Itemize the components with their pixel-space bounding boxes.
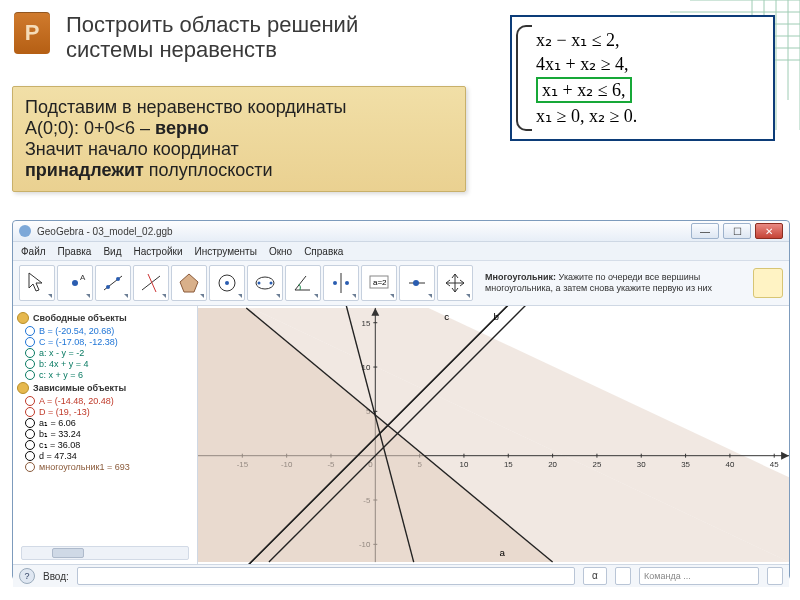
svg-text:30: 30 bbox=[637, 461, 646, 470]
tool-angle[interactable] bbox=[285, 265, 321, 301]
close-button[interactable]: ✕ bbox=[755, 223, 783, 239]
svg-text:15: 15 bbox=[362, 319, 371, 328]
svg-point-3 bbox=[106, 285, 110, 289]
input-label: Ввод: bbox=[43, 571, 69, 582]
menu-window[interactable]: Окно bbox=[269, 246, 292, 257]
algebra-dep-header[interactable]: Зависимые объекты bbox=[17, 382, 193, 394]
minimize-button[interactable]: — bbox=[691, 223, 719, 239]
toolbar: A a=2 Многоугольник: Укажите по очереди … bbox=[13, 261, 789, 306]
svg-text:10: 10 bbox=[460, 461, 469, 470]
input-field[interactable] bbox=[77, 567, 575, 585]
svg-line-6 bbox=[148, 274, 156, 292]
algebra-scrollbar[interactable] bbox=[21, 546, 189, 560]
tool-move-view[interactable] bbox=[437, 265, 473, 301]
svg-text:25: 25 bbox=[593, 461, 602, 470]
algebra-item[interactable]: многоугольник1 = 693 bbox=[25, 462, 193, 472]
algebra-item[interactable]: a₁ = 6.06 bbox=[25, 418, 193, 428]
svg-text:45: 45 bbox=[770, 461, 779, 470]
tool-polygon[interactable] bbox=[171, 265, 207, 301]
tool-perpendicular[interactable] bbox=[133, 265, 169, 301]
svg-point-4 bbox=[116, 277, 120, 281]
algebra-item[interactable]: b: 4x + y = 4 bbox=[25, 359, 193, 369]
algebra-view: Свободные объекты B = (-20.54, 20.68)C =… bbox=[13, 306, 198, 564]
menu-view[interactable]: Вид bbox=[103, 246, 121, 257]
inequality-system: x₂ − x₁ ≤ 2, 4x₁ + x₂ ≥ 4, x₁ + x₂ ≤ 6, … bbox=[510, 15, 775, 141]
algebra-item[interactable]: c: x + y = 6 bbox=[25, 370, 193, 380]
algebra-item[interactable]: b₁ = 33.24 bbox=[25, 429, 193, 439]
svg-point-15 bbox=[345, 281, 349, 285]
command-field[interactable]: Команда ... bbox=[639, 567, 759, 585]
help-icon[interactable]: ? bbox=[19, 568, 35, 584]
tool-text[interactable]: a=2 bbox=[361, 265, 397, 301]
presentation-badge: P bbox=[14, 12, 50, 54]
algebra-item[interactable]: d = 47.34 bbox=[25, 451, 193, 461]
input-bar: ? Ввод: α Команда ... bbox=[13, 564, 789, 587]
brace-icon bbox=[516, 25, 532, 131]
geogebra-logo-icon bbox=[19, 225, 31, 237]
geogebra-window: GeoGebra - 03_model_02.ggb — ☐ ✕ Файл Пр… bbox=[12, 220, 790, 580]
input-dropdown[interactable] bbox=[615, 567, 631, 585]
alpha-button[interactable]: α bbox=[583, 567, 607, 585]
algebra-free-header[interactable]: Свободные объекты bbox=[17, 312, 193, 324]
tool-reflect[interactable] bbox=[323, 265, 359, 301]
svg-point-9 bbox=[225, 281, 229, 285]
menu-bar: Файл Правка Вид Настройки Инструменты Ок… bbox=[13, 242, 789, 261]
menu-tools[interactable]: Инструменты bbox=[195, 246, 257, 257]
tool-slider[interactable] bbox=[399, 265, 435, 301]
svg-point-11 bbox=[258, 282, 261, 285]
tool-ellipse[interactable] bbox=[247, 265, 283, 301]
svg-text:c: c bbox=[444, 311, 449, 322]
algebra-item[interactable]: D = (19, -13) bbox=[25, 407, 193, 417]
svg-text:20: 20 bbox=[548, 461, 557, 470]
window-titlebar: GeoGebra - 03_model_02.ggb — ☐ ✕ bbox=[13, 221, 789, 242]
svg-point-12 bbox=[270, 282, 273, 285]
tool-move[interactable] bbox=[19, 265, 55, 301]
maximize-button[interactable]: ☐ bbox=[723, 223, 751, 239]
svg-text:A: A bbox=[80, 273, 86, 282]
tool-line[interactable] bbox=[95, 265, 131, 301]
algebra-item[interactable]: c₁ = 36.08 bbox=[25, 440, 193, 450]
hint-icon[interactable] bbox=[753, 268, 783, 298]
explanation-callout: Подставим в неравенство координаты A(0;0… bbox=[12, 86, 466, 192]
tool-circle[interactable] bbox=[209, 265, 245, 301]
algebra-item[interactable]: C = (-17.08, -12.38) bbox=[25, 337, 193, 347]
algebra-item[interactable]: A = (-14.48, 20.48) bbox=[25, 396, 193, 406]
svg-point-14 bbox=[333, 281, 337, 285]
svg-marker-25 bbox=[781, 452, 789, 460]
highlighted-inequality: x₁ + x₂ ≤ 6, bbox=[536, 77, 632, 103]
svg-marker-7 bbox=[180, 274, 198, 292]
command-dropdown[interactable] bbox=[767, 567, 783, 585]
coordinate-plot: -15 -10 -5 0 5 10 15 20 25 30 35 40 45 bbox=[198, 306, 789, 564]
svg-point-19 bbox=[413, 280, 419, 286]
svg-text:b: b bbox=[494, 311, 500, 322]
svg-text:15: 15 bbox=[504, 461, 513, 470]
svg-point-0 bbox=[72, 280, 78, 286]
menu-settings[interactable]: Настройки bbox=[133, 246, 182, 257]
svg-text:35: 35 bbox=[681, 461, 690, 470]
slide-title: Построить область решений системы нераве… bbox=[66, 12, 358, 63]
menu-edit[interactable]: Правка bbox=[58, 246, 92, 257]
tool-point[interactable]: A bbox=[57, 265, 93, 301]
graphics-view[interactable]: -15 -10 -5 0 5 10 15 20 25 30 35 40 45 bbox=[198, 306, 789, 564]
svg-line-5 bbox=[142, 276, 160, 290]
tool-hint: Многоугольник: Укажите по очереди все ве… bbox=[485, 272, 745, 294]
algebra-item[interactable]: a: x - y = -2 bbox=[25, 348, 193, 358]
window-title: GeoGebra - 03_model_02.ggb bbox=[37, 226, 687, 237]
menu-file[interactable]: Файл bbox=[21, 246, 46, 257]
algebra-item[interactable]: B = (-20.54, 20.68) bbox=[25, 326, 193, 336]
svg-text:a: a bbox=[499, 547, 505, 558]
menu-help[interactable]: Справка bbox=[304, 246, 343, 257]
svg-text:40: 40 bbox=[726, 461, 735, 470]
svg-text:a=2: a=2 bbox=[373, 278, 387, 287]
